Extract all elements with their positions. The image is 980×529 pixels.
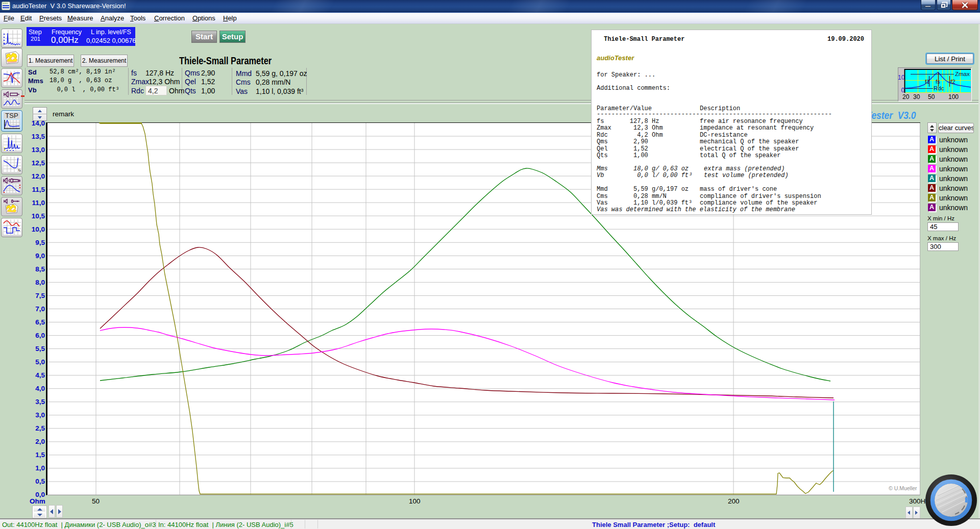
svg-text:10: 10: [898, 74, 905, 81]
svg-text:0: 0: [901, 87, 905, 94]
svg-text:20: 20: [902, 93, 910, 100]
svg-text:fs: fs: [936, 79, 940, 85]
svg-text:50: 50: [928, 93, 935, 100]
svg-text:TSP: TSP: [5, 112, 18, 119]
svg-text:f2: f2: [950, 79, 955, 85]
svg-text:Zmax: Zmax: [955, 71, 970, 77]
svg-text:ω: ω: [18, 167, 21, 172]
svg-text:100: 100: [948, 93, 959, 100]
svg-text:f1: f1: [925, 79, 930, 85]
svg-text:Rdc: Rdc: [934, 85, 944, 91]
svg-text:30: 30: [913, 93, 920, 100]
